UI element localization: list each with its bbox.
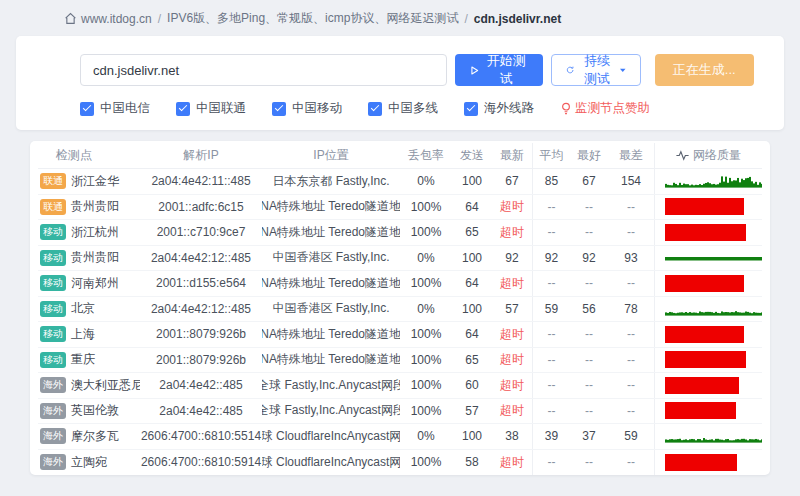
sent-count: 64 (452, 322, 492, 347)
resolved-ip: 2001::adfc:6c15 (140, 195, 262, 220)
checkbox-box (464, 102, 478, 116)
ip-location: 中国香港区 Fastly,Inc. (262, 297, 400, 322)
city-label: 贵州贵阳 (71, 198, 119, 215)
header-worst: 最差 (608, 143, 654, 168)
host-input[interactable] (80, 54, 447, 86)
header-best: 最好 (570, 143, 608, 168)
checkbox-box (80, 102, 94, 116)
isp-checkbox[interactable]: 中国电信 (80, 100, 150, 117)
isp-checkbox[interactable]: 海外线路 (464, 100, 534, 117)
ip-location: IANA特殊地址 Teredo隧道地址 (262, 195, 400, 220)
worst-latency: -- (608, 271, 654, 296)
sent-count: 100 (452, 169, 492, 194)
avg-latency: -- (532, 220, 570, 245)
checkbox-box (272, 102, 286, 116)
sent-count: 64 (452, 271, 492, 296)
header-node: 检测点 (38, 143, 140, 168)
avg-latency: -- (532, 348, 570, 373)
best-latency: -- (570, 348, 608, 373)
ip-location: 日本东京都 Fastly,Inc. (262, 169, 400, 194)
checkbox-label: 中国移动 (292, 100, 342, 117)
ip-location: 全球 Fastly,Inc.Anycast网段 (262, 373, 400, 398)
isp-badge: 联通 (40, 173, 66, 189)
ip-location: 全球 CloudflareIncAnycast网段 (262, 450, 400, 476)
loss-rate: 100% (400, 271, 452, 296)
city-label: 浙江杭州 (71, 224, 119, 241)
test-panel: 开始测试 持续测试 正在生成... 中国电信 中国联通 中国移动 中国多线 (16, 36, 784, 130)
latest-latency: 超时 (492, 220, 532, 245)
city-label: 上海 (71, 326, 95, 343)
checkbox-label: 中国多线 (388, 100, 438, 117)
ip-location: IANA特殊地址 Teredo隧道地址 (262, 322, 400, 347)
quality-cell (654, 373, 762, 398)
loss-rate: 100% (400, 399, 452, 424)
quality-cell (654, 271, 762, 296)
quality-graph (665, 322, 744, 347)
pulse-icon (676, 150, 689, 161)
start-test-button[interactable]: 开始测试 (455, 54, 543, 86)
sponsor-link[interactable]: 监测节点赞助 (560, 100, 650, 117)
resolved-ip: 2a04:4e42:12::485 (140, 246, 262, 271)
best-latency: -- (570, 220, 608, 245)
ip-location: IANA特殊地址 Teredo隧道地址 (262, 220, 400, 245)
loss-rate: 100% (400, 322, 452, 347)
quality-graph (665, 271, 744, 296)
loss-rate: 100% (400, 373, 452, 398)
city-label: 立陶宛 (71, 454, 107, 471)
checkbox-box (368, 102, 382, 116)
city-label: 澳大利亚悉尼 (71, 377, 140, 394)
quality-cell (654, 246, 762, 271)
isp-badge: 海外 (40, 428, 66, 444)
city-label: 贵州贵阳 (71, 249, 119, 266)
quality-graph (665, 246, 762, 271)
best-latency: -- (570, 373, 608, 398)
table-row: 移动 重庆 2001::8079:926b IANA特殊地址 Teredo隧道地… (38, 348, 762, 374)
breadcrumb-separator: / (464, 12, 467, 26)
latest-latency: 92 (492, 246, 532, 271)
worst-latency: -- (608, 348, 654, 373)
continuous-test-button[interactable]: 持续测试 (551, 54, 641, 86)
isp-checkbox[interactable]: 中国移动 (272, 100, 342, 117)
isp-badge: 移动 (40, 250, 66, 266)
resolved-ip: 2a04:4e42:11::485 (140, 169, 262, 194)
best-latency: 37 (570, 424, 608, 449)
city-label: 重庆 (71, 351, 95, 368)
checkbox-box (176, 102, 190, 116)
ip-location: IANA特殊地址 Teredo隧道地址 (262, 271, 400, 296)
sent-count: 100 (452, 297, 492, 322)
table-row: 海外 英国伦敦 2a04:4e42::485 全球 Fastly,Inc.Any… (38, 399, 762, 425)
quality-graph (665, 220, 746, 245)
breadcrumb-home[interactable]: www.itdog.cn (64, 12, 152, 26)
avg-latency: -- (532, 399, 570, 424)
avg-latency: -- (532, 271, 570, 296)
worst-latency: -- (608, 220, 654, 245)
isp-checkbox[interactable]: 中国多线 (368, 100, 438, 117)
latest-latency: 超时 (492, 271, 532, 296)
generating-button[interactable]: 正在生成... (655, 54, 754, 86)
ip-location: 全球 CloudflareIncAnycast网段 (262, 424, 400, 449)
header-quality: 网络质量 (654, 143, 762, 168)
sent-count: 65 (452, 220, 492, 245)
resolved-ip: 2001::8079:926b (140, 348, 262, 373)
avg-latency: -- (532, 450, 570, 476)
best-latency: 67 (570, 169, 608, 194)
table-body: 联通 浙江金华 2a04:4e42:11::485 日本东京都 Fastly,I… (38, 169, 762, 475)
avg-latency: -- (532, 322, 570, 347)
worst-latency: 78 (608, 297, 654, 322)
breadcrumb-current: cdn.jsdelivr.net (474, 12, 561, 26)
best-latency: -- (570, 322, 608, 347)
sent-count: 60 (452, 373, 492, 398)
sent-count: 57 (452, 399, 492, 424)
table-row: 移动 河南郑州 2001::d155:e564 IANA特殊地址 Teredo隧… (38, 271, 762, 297)
isp-badge: 移动 (40, 224, 66, 240)
isp-checkbox[interactable]: 中国联通 (176, 100, 246, 117)
table-row: 海外 摩尔多瓦 2606:4700::6810:5514 全球 Cloudfla… (38, 424, 762, 450)
table-row: 联通 浙江金华 2a04:4e42:11::485 日本东京都 Fastly,I… (38, 169, 762, 195)
table-row: 海外 立陶宛 2606:4700::6810:5914 全球 Cloudflar… (38, 450, 762, 476)
latest-latency: 57 (492, 297, 532, 322)
best-latency: -- (570, 450, 608, 476)
avg-latency: 85 (532, 169, 570, 194)
ip-location: 中国香港区 Fastly,Inc. (262, 246, 400, 271)
isp-badge: 海外 (40, 403, 66, 419)
latest-latency: 超时 (492, 450, 532, 476)
